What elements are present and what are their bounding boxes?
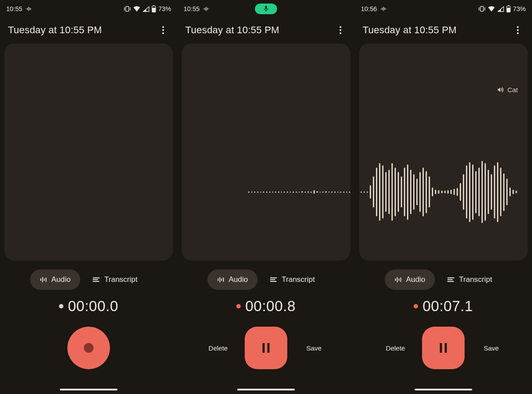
waveform-card — [182, 43, 350, 261]
wifi-icon — [133, 6, 141, 12]
timer-dot — [236, 304, 241, 308]
nav-handle[interactable] — [415, 389, 472, 390]
svg-point-49 — [517, 26, 519, 28]
timer-text: 00:07.1 — [422, 298, 473, 315]
tab-audio[interactable]: Audio — [30, 269, 80, 290]
waveform-card — [4, 43, 173, 261]
nav-handle[interactable] — [237, 389, 295, 390]
save-button[interactable]: Save — [287, 344, 340, 352]
tab-transcript-label: Transcript — [282, 275, 315, 284]
battery-icon — [152, 5, 156, 12]
transcript-icon — [447, 277, 454, 282]
more-button[interactable] — [157, 24, 169, 36]
pause-icon — [262, 343, 270, 353]
record-icon — [84, 343, 94, 353]
transcript-icon — [93, 277, 100, 282]
save-button[interactable]: Save — [465, 344, 518, 352]
status-battery: 73% — [158, 5, 171, 12]
status-time: 10:56 — [361, 5, 377, 12]
record-button[interactable] — [67, 327, 110, 369]
signal-icon — [143, 6, 149, 12]
svg-point-13 — [162, 32, 164, 34]
timer-dot — [59, 304, 63, 308]
wifi-icon — [488, 6, 495, 12]
recording-title[interactable]: Tuesday at 10:55 PM — [363, 24, 457, 36]
tab-audio[interactable]: Audio — [385, 269, 435, 290]
waveform — [359, 148, 528, 236]
svg-point-29 — [340, 29, 341, 31]
svg-rect-26 — [265, 6, 267, 9]
delete-button[interactable]: Delete — [369, 344, 422, 352]
sound-label: Cat — [497, 86, 518, 94]
tab-row: Audio Transcript — [177, 269, 355, 290]
status-bar: 10:55 73% — [0, 0, 177, 18]
activity-icon — [203, 7, 209, 11]
mic-indicator — [255, 4, 277, 14]
svg-point-12 — [162, 29, 164, 31]
controls — [0, 324, 177, 372]
tab-transcript-label: Transcript — [104, 275, 137, 284]
pause-button[interactable] — [245, 327, 287, 369]
timer: 00:00.0 — [0, 298, 177, 315]
screen-1: 10:55 73% Tuesday at 10:55 PM Audio Tran… — [0, 0, 177, 394]
sound-label-text: Cat — [508, 86, 518, 94]
tab-row: Audio Transcript — [0, 269, 177, 290]
tab-transcript[interactable]: Transcript — [83, 269, 147, 290]
svg-point-51 — [517, 32, 519, 34]
more-button[interactable] — [512, 24, 524, 36]
screen-3: 10:56 73% Tuesday at 10:55 PM Cat — [355, 0, 532, 394]
battery-icon — [506, 5, 511, 12]
svg-rect-48 — [507, 8, 510, 12]
pause-icon — [440, 343, 447, 353]
status-time: 10:55 — [184, 5, 200, 12]
timer: 00:00.8 — [177, 298, 355, 315]
status-battery: 73% — [513, 5, 526, 12]
screen-2: 10:55 Tuesday at 10:55 PM Audio Transc — [177, 0, 355, 394]
audio-icon — [40, 277, 47, 283]
activity-icon — [26, 7, 32, 11]
svg-point-28 — [340, 26, 341, 28]
audio-icon — [395, 277, 402, 283]
controls: Delete Save — [177, 324, 355, 372]
recording-title[interactable]: Tuesday at 10:55 PM — [185, 24, 279, 36]
timer: 00:07.1 — [355, 298, 532, 315]
pause-button[interactable] — [422, 327, 465, 369]
waveform-card: Cat — [359, 43, 528, 261]
header: Tuesday at 10:55 PM — [355, 18, 532, 43]
tab-transcript[interactable]: Transcript — [260, 269, 325, 290]
signal-icon — [497, 6, 504, 12]
status-bar: 10:55 — [177, 0, 355, 18]
tab-audio-label: Audio — [229, 275, 248, 284]
status-bar: 10:56 73% — [355, 0, 532, 18]
activity-icon — [380, 7, 387, 11]
audio-icon — [217, 277, 224, 283]
timer-text: 00:00.8 — [245, 298, 296, 315]
speaker-icon — [497, 87, 504, 93]
controls: Delete Save — [355, 324, 532, 372]
status-time: 10:55 — [6, 5, 22, 12]
header: Tuesday at 10:55 PM — [0, 18, 177, 43]
svg-point-50 — [517, 29, 519, 31]
timer-dot — [414, 304, 418, 308]
svg-rect-5 — [125, 7, 129, 12]
more-button[interactable] — [334, 24, 347, 36]
tab-audio-label: Audio — [406, 275, 425, 284]
timer-text: 00:00.0 — [68, 298, 118, 315]
tab-audio-label: Audio — [51, 275, 70, 284]
delete-button[interactable]: Delete — [192, 344, 245, 352]
waveform — [182, 148, 350, 236]
vibrate-icon — [478, 6, 485, 12]
svg-point-30 — [340, 32, 341, 34]
tab-transcript[interactable]: Transcript — [438, 269, 502, 290]
tab-transcript-label: Transcript — [459, 275, 492, 284]
nav-handle[interactable] — [60, 389, 117, 390]
svg-point-11 — [162, 26, 164, 28]
tab-audio[interactable]: Audio — [207, 269, 258, 290]
tab-row: Audio Transcript — [355, 269, 532, 290]
header: Tuesday at 10:55 PM — [177, 18, 355, 43]
transcript-icon — [270, 277, 277, 282]
recording-title[interactable]: Tuesday at 10:55 PM — [8, 24, 102, 36]
vibrate-icon — [124, 6, 131, 12]
svg-rect-43 — [480, 7, 483, 12]
svg-rect-10 — [152, 8, 156, 12]
